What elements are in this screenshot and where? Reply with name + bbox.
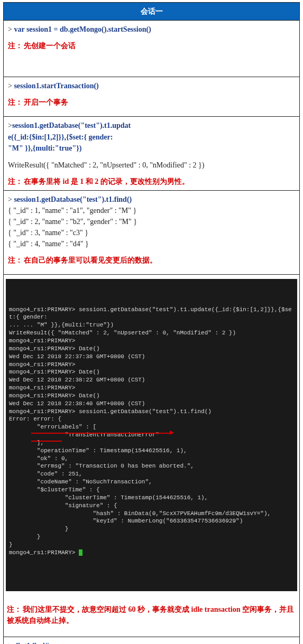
cmd-text: e({_id:{$in:[1,2]}},{$set:{ gender: <box>8 133 113 141</box>
cmd-find-in-tx: > session1.getDatabase("test").t1.find() <box>8 194 295 205</box>
spacer <box>8 91 295 97</box>
terminal-line: } <box>9 533 294 541</box>
terminal-line: mongo4_rs1:PRIMARY> <box>9 361 294 369</box>
prompt-symbol: > <box>8 82 14 90</box>
terminal-line: mongo4_rs1:PRIMARY> Date() <box>9 345 294 353</box>
note-label: 注： <box>8 256 23 264</box>
note-idle-transaction: 注：我们这里不提交，故意空闲超过 60 秒，事务就变成 idle transac… <box>7 604 296 626</box>
find-result-line: { "_id" : 1, "name" : "a1", "gender" : "… <box>8 205 295 216</box>
note-label: 注： <box>8 42 23 50</box>
terminal-line: WriteResult({ "nMatched" : 2, "nUpserted… <box>9 329 294 337</box>
cmd-text: session1.getDatabase("test").t1.updat <box>12 122 131 129</box>
spacer <box>8 249 295 255</box>
find-result-line: { "_id" : 4, "name" : "d4" } <box>8 238 295 249</box>
note-text: 开启一个事务 <box>24 98 68 106</box>
underline-errmsg <box>31 433 170 434</box>
spacer <box>7 626 296 631</box>
page: 会话一 > var session1 = db.getMongo().start… <box>0 0 303 644</box>
terminal-line: mongo4_rs1:PRIMARY> <box>9 549 294 557</box>
note-text: 我们这里不提交，故意空闲超过 60 秒，事务就变成 idle transacti… <box>7 605 294 624</box>
underline-code <box>31 441 62 442</box>
terminal-line: mongo4_rs1:PRIMARY> session1.getDatabase… <box>9 408 294 416</box>
session-table: 会话一 > var session1 = db.getMongo().start… <box>3 2 300 644</box>
cell-update: >session1.getDatabase("test").t1.updat e… <box>4 117 300 191</box>
note-label: 注： <box>8 98 23 106</box>
terminal-line: "code" : 251, <box>9 470 294 478</box>
terminal-line: "signature" : { <box>9 502 294 510</box>
terminal-line: "keyId" : NumberLong("663363547753663692… <box>9 517 294 525</box>
terminal-line: mongo4_rs1:PRIMARY> Date() <box>9 368 294 376</box>
terminal-line: "errmsg" : "Transaction 0 has been abort… <box>9 462 294 470</box>
cell-terminal: mongo4_rs1:PRIMARY> session1.getDatabase… <box>4 275 300 637</box>
cmd-text: session1 = db.getMongo().startSession() <box>24 25 151 33</box>
prompt-symbol: > <box>8 25 14 33</box>
cmd-start-transaction: > session1.startTransaction() <box>8 80 295 91</box>
prompt-symbol: > <box>8 642 14 644</box>
terminal-line: Wed Dec 12 2018 22:38:22 GMT+0800 (CST) <box>9 376 294 384</box>
spacer <box>7 592 296 604</box>
terminal-line: "clusterTime" : Timestamp(1544625516, 1)… <box>9 494 294 502</box>
terminal-line: } <box>9 525 294 533</box>
terminal-line: mongo4_rs1:PRIMARY> Date() <box>9 392 294 400</box>
find-result-line: { "_id" : 2, "name" : "b2", "gender" : "… <box>8 216 295 227</box>
terminal-line: } <box>9 541 294 549</box>
note-find-in-tx: 注：在自己的事务里可以看见变更后的数据。 <box>8 255 295 266</box>
spacer <box>8 266 295 271</box>
find-result-line: { "_id" : 3, "name" : "c3" } <box>8 227 295 238</box>
cmd-text: "M" }},{multi:"true"}) <box>8 144 81 152</box>
cmd-text: db.t1.find() <box>14 642 50 644</box>
header-title: 会话一 <box>141 7 163 15</box>
note-start-transaction: 注：开启一个事务 <box>8 97 295 108</box>
terminal-line: "errorLabels" : [ <box>9 423 294 431</box>
note-create-session: 注：先创建一个会话 <box>8 40 295 51</box>
cell-find-after: > db.t1.find() { "_id" : 1, "name" : "a1… <box>4 637 300 644</box>
terminal-line: "$clusterTime" : { <box>9 486 294 494</box>
terminal-line: "hash" : BinData(0,"ScxX7PVEAHumfFc9m/d3… <box>9 510 294 518</box>
terminal-line: ... ... "M" }},{multi:"true"}) <box>9 321 294 329</box>
note-update: 注：在事务里将 id 是 1 和 2 的记录，更改性别为男性。 <box>8 176 295 187</box>
terminal-line: Wed Dec 12 2018 22:37:38 GMT+0800 (CST) <box>9 353 294 361</box>
cell-create-session: > var session1 = db.getMongo().startSess… <box>4 21 300 77</box>
note-text: 在事务里将 id 是 1 和 2 的记录，更改性别为男性。 <box>24 178 189 185</box>
terminal-line: "ok" : 0, <box>9 455 294 463</box>
cmd-create-session: > var session1 = db.getMongo().startSess… <box>8 24 295 35</box>
cmd-update: >session1.getDatabase("test").t1.updat e… <box>8 120 295 154</box>
terminal-block: mongo4_rs1:PRIMARY> session1.getDatabase… <box>6 279 297 591</box>
prompt-symbol: > <box>8 195 14 203</box>
terminal-cursor <box>79 549 82 556</box>
terminal-line: "operationTime" : Timestamp(1544625516, … <box>9 447 294 455</box>
terminal-line: Error: error: { <box>9 415 294 423</box>
note-label: 注： <box>7 605 22 613</box>
cmd-text: session1.startTransaction() <box>14 82 98 90</box>
note-text: 在自己的事务里可以看见变更后的数据。 <box>24 256 157 264</box>
cmd-find-after: > db.t1.find() <box>8 640 295 644</box>
cmd-text: session1.getDatabase("test").t1.find() <box>14 195 132 203</box>
spacer <box>8 108 295 113</box>
terminal-line: "codeName" : "NoSuchTransaction", <box>9 478 294 486</box>
update-result: WriteResult({ "nMatched" : 2, "nUpserted… <box>8 160 295 171</box>
note-label: 注： <box>8 178 23 185</box>
terminal-line: Wed Dec 12 2018 22:38:40 GMT+0800 (CST) <box>9 400 294 408</box>
spacer <box>8 171 295 176</box>
table-header: 会话一 <box>4 3 300 21</box>
arrow-icon <box>170 431 174 435</box>
spacer <box>8 154 295 160</box>
terminal-line: mongo4_rs1:PRIMARY> <box>9 337 294 345</box>
prompt-symbol: > <box>8 122 12 129</box>
keyword-var: var <box>14 25 24 33</box>
cell-start-transaction: > session1.startTransaction() 注：开启一个事务 <box>4 77 300 117</box>
spacer <box>8 35 295 40</box>
note-text: 先创建一个会话 <box>24 42 76 50</box>
spacer <box>8 51 295 73</box>
terminal-line: mongo4_rs1:PRIMARY> session1.getDatabase… <box>9 306 294 322</box>
cell-find-in-tx: > session1.getDatabase("test").t1.find()… <box>4 191 300 275</box>
terminal-line: mongo4_rs1:PRIMARY> <box>9 384 294 392</box>
